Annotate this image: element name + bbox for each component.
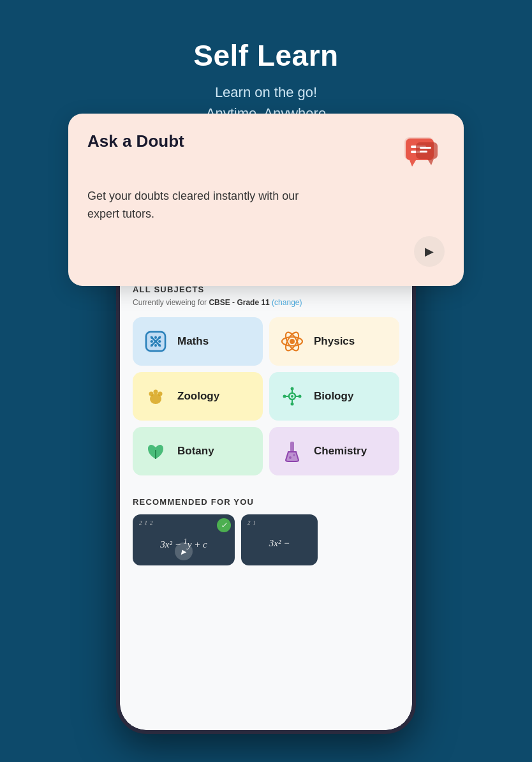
ask-doubt-card: Ask a Doubt Get your doubts cleared inst… — [68, 114, 464, 286]
svg-point-36 — [291, 395, 293, 398]
subject-card-physics[interactable]: Physics — [269, 317, 399, 366]
change-link[interactable]: (change) — [272, 298, 302, 307]
svg-point-25 — [154, 344, 157, 347]
svg-point-20 — [158, 336, 161, 339]
svg-point-47 — [289, 456, 292, 459]
recommended-card-1[interactable]: 212 3x² − 1y + c ✓ ▶ — [133, 514, 235, 565]
svg-point-34 — [158, 392, 163, 396]
svg-point-23 — [158, 340, 161, 343]
subject-card-botany[interactable]: Botany — [133, 427, 263, 475]
svg-point-42 — [291, 403, 294, 406]
subject-card-maths[interactable]: Maths — [133, 317, 263, 366]
svg-point-32 — [149, 392, 154, 396]
zoology-label-text: Zoology — [177, 390, 219, 403]
maths-label: Maths — [177, 335, 209, 348]
ask-doubt-arrow-button[interactable]: ▶ — [414, 236, 445, 267]
svg-point-18 — [151, 336, 153, 339]
botany-icon — [142, 437, 170, 465]
physics-label: Physics — [314, 335, 355, 348]
svg-marker-9 — [427, 159, 434, 165]
subject-card-biology[interactable]: Biology — [269, 372, 399, 421]
subjects-grid: Maths Physics — [133, 317, 399, 475]
svg-point-24 — [151, 344, 153, 347]
biology-label: Biology — [314, 390, 353, 403]
svg-point-22 — [154, 340, 157, 343]
botany-label: Botany — [177, 445, 214, 458]
svg-point-27 — [290, 339, 295, 344]
recommended-section: RECOMMENDED FOR YOU 212 3x² − 1y + c ✓ ▶ — [120, 488, 412, 572]
chat-icon — [402, 135, 441, 174]
ask-doubt-description: Get your doubts cleared instantly with o… — [87, 188, 330, 223]
all-subjects-label: ALL SUBJECTS — [133, 285, 399, 294]
ask-doubt-top: Ask a Doubt — [87, 131, 445, 177]
page-title: Self Learn — [0, 38, 532, 73]
subjects-section: ALL SUBJECTS Currently vieweing for CBSE… — [120, 272, 412, 488]
recommended-card-2[interactable]: 21 3x² − — [241, 514, 318, 565]
svg-rect-46 — [290, 442, 294, 452]
physics-icon — [278, 327, 306, 355]
svg-point-44 — [299, 395, 302, 398]
svg-point-48 — [293, 454, 295, 456]
chemistry-icon — [278, 437, 306, 465]
subject-card-chemistry[interactable]: Chemistry — [269, 427, 399, 475]
svg-rect-7 — [420, 147, 431, 149]
chemistry-label: Chemistry — [314, 445, 367, 458]
ask-doubt-title: Ask a Doubt — [87, 131, 184, 151]
recommended-label: RECOMMENDED FOR YOU — [133, 497, 399, 507]
viewing-text: Currently vieweing for CBSE - Grade 11 (… — [133, 298, 399, 307]
zoology-icon — [142, 382, 170, 410]
biology-icon — [278, 382, 306, 410]
maths-icon — [142, 327, 170, 355]
svg-point-26 — [158, 344, 161, 347]
svg-point-41 — [291, 387, 294, 391]
svg-point-33 — [154, 390, 158, 394]
svg-point-21 — [151, 340, 153, 343]
svg-point-19 — [154, 336, 157, 339]
svg-rect-8 — [420, 151, 427, 153]
recommended-cards: 212 3x² − 1y + c ✓ ▶ 21 — [133, 514, 399, 565]
play-button-rec1[interactable]: ▶ — [175, 542, 193, 560]
svg-rect-6 — [416, 142, 438, 159]
svg-marker-4 — [410, 160, 416, 167]
check-badge: ✓ — [217, 518, 231, 532]
subject-card-zoology[interactable]: Maths Zoology — [133, 372, 263, 421]
svg-point-43 — [283, 395, 286, 398]
chat-icon-wrapper — [399, 131, 445, 177]
